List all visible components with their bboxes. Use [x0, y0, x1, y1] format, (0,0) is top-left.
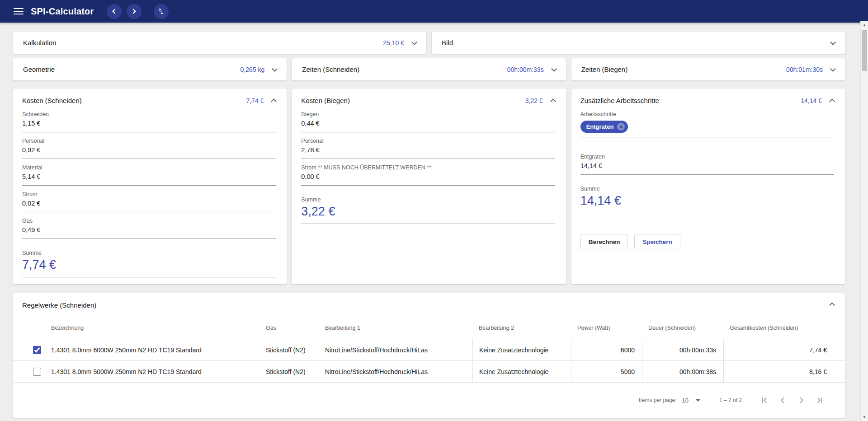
- card-kosten-schneiden-header[interactable]: Kosten (Schneiden) 7,74 €: [22, 97, 276, 104]
- cell-bearbeitung1: NitroLine/Stickstoff/Hochdruck/HiLas: [319, 361, 472, 382]
- field-schneiden[interactable]: Schneiden 1,15 €: [22, 111, 276, 132]
- paginator-range: 1 – 2 of 2: [719, 397, 742, 403]
- field-label: Material: [22, 164, 276, 171]
- summe-value: 3,22 €: [301, 205, 555, 219]
- import-export-icon: [157, 7, 165, 15]
- panel-zeiten-biegen-label: Zeiten (Biegen): [581, 65, 628, 73]
- summe-label: Summe: [580, 186, 834, 192]
- items-per-page-label: Items per page:: [639, 397, 676, 403]
- vertical-scrollbar[interactable]: ▲ ▼: [860, 21, 868, 421]
- field-gas[interactable]: Gas 0,49 €: [22, 218, 276, 239]
- previous-page-button[interactable]: [778, 395, 788, 405]
- field-summe-biegen: Summe 3,22 €: [301, 196, 555, 224]
- field-strom[interactable]: Strom 0,02 €: [22, 191, 276, 212]
- import-export-button[interactable]: [154, 4, 169, 19]
- cell-gesamtkosten: 8,16 €: [723, 361, 845, 382]
- next-page-button[interactable]: [796, 395, 806, 405]
- chip-remove-icon[interactable]: ✕: [617, 123, 625, 131]
- card-kosten-biegen-header[interactable]: Kosten (Biegen) 3,22 €: [301, 97, 555, 104]
- field-biegen[interactable]: Biegen 0,44 €: [301, 111, 555, 132]
- cell-gas: Stickstoff (N2): [259, 339, 319, 360]
- panel-bild-label: Bild: [442, 39, 453, 47]
- cell-bearbeitung1: NitroLine/Stickstoff/Hochdruck/HiLas: [319, 339, 472, 360]
- card-arbeitsschritte: Zusätzliche Arbeitsschritte 14,14 € Arbe…: [571, 89, 845, 284]
- berechnen-button[interactable]: Berechnen: [580, 234, 628, 249]
- field-label: Entgraten: [580, 154, 834, 160]
- dropdown-caret-icon: [696, 399, 700, 402]
- panel-geometrie-value: 0,265 kg: [241, 66, 265, 73]
- cell-power: 6000: [571, 339, 642, 360]
- card-arbeitsschritte-header[interactable]: Zusätzliche Arbeitsschritte 14,14 €: [580, 97, 834, 104]
- items-per-page-select[interactable]: 10: [682, 397, 700, 404]
- back-button[interactable]: [107, 4, 122, 19]
- column-gas: Gas: [259, 317, 319, 339]
- chevron-up-icon: [271, 98, 277, 104]
- chevron-up-icon: [829, 302, 835, 308]
- field-personal-biegen[interactable]: Personal 2,78 €: [301, 138, 555, 159]
- panel-kalkulation[interactable]: Kalkulation 25,10 €: [13, 32, 426, 54]
- scroll-down-icon[interactable]: ▼: [861, 413, 868, 421]
- last-page-button[interactable]: [814, 395, 824, 405]
- menu-icon[interactable]: [14, 8, 24, 14]
- cell-bearbeitung2: Keine Zusatztechnologie: [472, 361, 571, 382]
- table-row[interactable]: 1.4301 8.0mm 5000W 250mm N2 HD TC19 Stan…: [13, 361, 845, 383]
- scrollbar-thumb[interactable]: [862, 30, 867, 71]
- app-header: SPI-Calculator: [0, 0, 868, 23]
- panel-kalkulation-value: 25,10 €: [383, 39, 404, 47]
- chevron-down-icon: [830, 39, 836, 45]
- panel-regelwerke-title: Regelwerke (Schneiden): [22, 301, 96, 309]
- field-label: Strom ** MUSS NOCH ÜBERMITTELT WERDEN **: [301, 164, 555, 171]
- field-material[interactable]: Material 5,14 €: [22, 164, 276, 186]
- chip-label: Entgraten: [586, 123, 614, 130]
- app-root: SPI-Calculator Kalkulation 25,10 € Bild: [0, 0, 868, 421]
- scroll-up-icon[interactable]: ▲: [861, 21, 868, 29]
- chip-entgraten[interactable]: Entgraten ✕: [580, 121, 628, 133]
- panel-regelwerke-header[interactable]: Regelwerke (Schneiden): [13, 293, 845, 317]
- card-kosten-schneiden: Kosten (Schneiden) 7,74 € Schneiden 1,15…: [13, 89, 287, 284]
- chevron-up-icon: [829, 98, 835, 104]
- card-arbeitsschritte-total: 14,14 €: [801, 97, 822, 104]
- field-personal[interactable]: Personal 0,92 €: [22, 138, 276, 159]
- first-page-button[interactable]: [760, 395, 770, 405]
- field-label: Biegen: [301, 111, 555, 117]
- chevron-up-icon: [550, 98, 556, 104]
- panel-bild[interactable]: Bild: [432, 32, 845, 54]
- field-label: Strom: [22, 191, 276, 197]
- summe-label: Summe: [301, 196, 555, 203]
- field-value: 0,49 €: [22, 226, 276, 234]
- app-title: SPI-Calculator: [31, 6, 94, 17]
- field-value: 14,14 €: [580, 162, 834, 169]
- card-kosten-schneiden-total: 7,74 €: [246, 97, 264, 104]
- forward-button[interactable]: [127, 4, 142, 19]
- summe-label: Summe: [22, 250, 276, 256]
- field-value: 2,78 €: [301, 146, 555, 154]
- cell-dauer: 00h:00m:33s: [642, 339, 723, 360]
- panel-zeiten-biegen[interactable]: Zeiten (Biegen) 00h:01m:30s: [571, 58, 845, 80]
- panel-geometrie[interactable]: Geometrie 0,265 kg: [13, 58, 287, 80]
- row-checkbox[interactable]: [33, 346, 41, 354]
- chevron-left-icon: [112, 9, 117, 14]
- items-per-page-value: 10: [682, 397, 688, 404]
- field-label: Gas: [22, 218, 276, 224]
- field-entgraten[interactable]: Entgraten 14,14 €: [580, 154, 834, 175]
- column-bearbeitung1: Bearbeitung 1: [319, 317, 472, 339]
- speichern-button[interactable]: Speichern: [634, 234, 680, 249]
- panel-zeiten-biegen-value: 00h:01m:30s: [786, 66, 823, 73]
- table-row[interactable]: 1.4301 8.0mm 6000W 250mm N2 HD TC19 Stan…: [13, 339, 845, 361]
- card-kosten-schneiden-title: Kosten (Schneiden): [22, 97, 82, 104]
- header-actions: [107, 4, 169, 19]
- card-kosten-biegen: Kosten (Biegen) 3,22 € Biegen 0,44 € Per…: [292, 89, 566, 284]
- chevron-down-icon: [272, 66, 278, 72]
- panel-zeiten-schneiden[interactable]: Zeiten (Schneiden) 00h:00m:33s: [292, 58, 566, 80]
- summe-value: 7,74 €: [22, 258, 276, 272]
- row-checkbox[interactable]: [33, 368, 41, 376]
- field-strom-biegen[interactable]: Strom ** MUSS NOCH ÜBERMITTELT WERDEN **…: [301, 164, 555, 186]
- cell-bezeichnung: 1.4301 8.0mm 6000W 250mm N2 HD TC19 Stan…: [45, 339, 259, 360]
- summe-value: 14,14 €: [580, 194, 834, 208]
- cell-gesamtkosten: 7,74 €: [723, 339, 845, 360]
- field-arbeitsschritte[interactable]: Arbeitsschritte Entgraten ✕: [580, 111, 834, 137]
- chevron-down-icon: [830, 66, 836, 72]
- card-arbeitsschritte-title: Zusätzliche Arbeitsschritte: [580, 97, 659, 104]
- field-value: 1,15 €: [22, 120, 276, 127]
- cell-gas: Stickstoff (N2): [259, 361, 319, 382]
